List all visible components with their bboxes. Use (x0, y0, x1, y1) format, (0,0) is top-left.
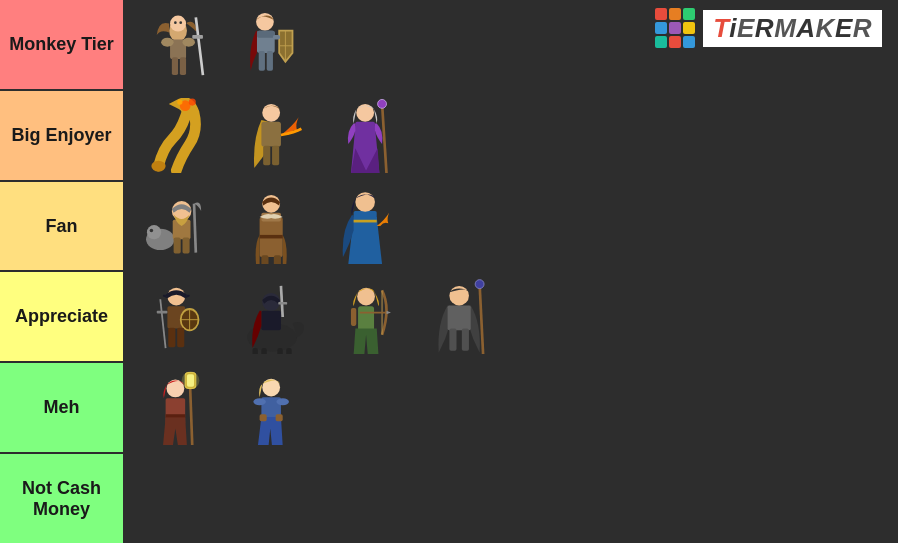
svg-rect-16 (272, 36, 279, 40)
tier-label-notcash: Not Cash Money (0, 454, 125, 543)
character-monkey-2 (227, 7, 317, 82)
tier-content-meh (125, 363, 898, 452)
svg-rect-18 (266, 52, 272, 72)
svg-line-6 (195, 18, 202, 76)
svg-point-21 (177, 100, 182, 105)
svg-point-88 (276, 398, 288, 405)
svg-rect-17 (258, 52, 264, 72)
svg-line-38 (194, 204, 196, 253)
svg-rect-77 (461, 328, 468, 350)
character-fan-3 (321, 189, 411, 264)
svg-rect-44 (273, 255, 280, 263)
svg-rect-55 (168, 328, 175, 348)
logo-cell (683, 36, 695, 48)
svg-rect-25 (263, 146, 270, 166)
svg-point-8 (170, 16, 186, 32)
svg-marker-70 (386, 311, 390, 315)
logo-cell (669, 22, 681, 34)
svg-rect-76 (449, 328, 456, 350)
character-appreciate-3 (321, 279, 411, 354)
svg-point-2 (161, 38, 173, 47)
svg-rect-40 (259, 235, 282, 239)
character-fan-1 (133, 189, 223, 264)
tier-content-appreciate (125, 272, 898, 361)
svg-rect-62 (261, 311, 281, 331)
svg-rect-84 (165, 414, 185, 418)
svg-rect-58 (252, 348, 257, 354)
tiermaker-wordmark: TiERMAKER (703, 10, 882, 47)
tier-content-fan (125, 182, 898, 271)
svg-point-28 (356, 104, 374, 122)
tier-label-monkey: Monkey Tier (0, 0, 125, 89)
tier-list: TiERMAKER Monkey Tier (0, 0, 898, 543)
svg-rect-26 (272, 146, 279, 166)
svg-point-87 (253, 398, 265, 405)
svg-rect-5 (179, 58, 185, 76)
svg-rect-89 (259, 414, 266, 421)
tier-label-appreciate: Appreciate (0, 272, 125, 361)
character-fan-2 (227, 189, 317, 264)
svg-point-30 (377, 100, 386, 109)
svg-point-49 (167, 288, 185, 306)
svg-rect-4 (171, 58, 177, 76)
svg-line-74 (479, 284, 483, 354)
tier-row-fan: Fan (0, 182, 898, 273)
svg-point-20 (188, 99, 195, 106)
svg-point-13 (256, 13, 274, 31)
svg-point-33 (149, 229, 153, 233)
tiermaker-header: TiERMAKER (655, 8, 882, 48)
svg-point-75 (475, 280, 484, 289)
tier-row-appreciate: Appreciate (0, 272, 898, 363)
svg-point-46 (355, 192, 375, 212)
svg-point-24 (262, 104, 280, 122)
tier-content-notcash (125, 454, 898, 543)
svg-rect-66 (358, 306, 374, 331)
svg-rect-56 (177, 328, 184, 348)
svg-point-81 (181, 371, 199, 389)
svg-point-9 (174, 22, 177, 25)
tier-row-enjoyer: Big Enjoyer (0, 91, 898, 182)
logo-cell (655, 36, 667, 48)
character-meh-1 (133, 370, 223, 445)
svg-rect-71 (350, 308, 355, 326)
svg-rect-47 (353, 220, 376, 223)
tiermaker-logo: TiERMAKER (655, 8, 882, 48)
logo-cell (655, 8, 667, 20)
logo-cell (669, 36, 681, 48)
svg-line-64 (280, 286, 282, 317)
svg-rect-7 (192, 36, 203, 40)
svg-rect-37 (182, 238, 189, 254)
logo-grid (655, 8, 695, 48)
character-enjoyer-3 (321, 98, 411, 173)
svg-rect-23 (261, 122, 281, 147)
svg-line-50 (160, 299, 165, 348)
svg-point-3 (182, 38, 194, 47)
svg-rect-36 (173, 238, 180, 254)
svg-line-29 (382, 104, 386, 173)
svg-rect-43 (261, 255, 268, 263)
svg-rect-59 (261, 348, 266, 354)
logo-cell (655, 22, 667, 34)
character-enjoyer-2 (227, 98, 317, 173)
svg-point-32 (146, 225, 160, 239)
logo-cell (669, 8, 681, 20)
logo-cell (683, 8, 695, 20)
character-appreciate-2 (227, 279, 317, 354)
character-meh-2 (227, 370, 317, 445)
svg-rect-27 (355, 122, 375, 135)
logo-cell (683, 22, 695, 34)
tier-row-notcash: Not Cash Money (0, 454, 898, 543)
svg-rect-65 (278, 302, 287, 305)
tier-content-enjoyer (125, 91, 898, 180)
svg-point-22 (151, 161, 165, 172)
character-appreciate-4 (415, 279, 505, 354)
svg-point-10 (179, 22, 182, 25)
svg-rect-72 (447, 305, 470, 330)
tier-row-meh: Meh (0, 363, 898, 454)
svg-rect-51 (156, 311, 167, 314)
svg-rect-61 (286, 348, 291, 354)
tier-label-meh: Meh (0, 363, 125, 452)
tier-label-fan: Fan (0, 182, 125, 271)
svg-rect-15 (256, 31, 274, 38)
svg-rect-60 (277, 348, 282, 354)
